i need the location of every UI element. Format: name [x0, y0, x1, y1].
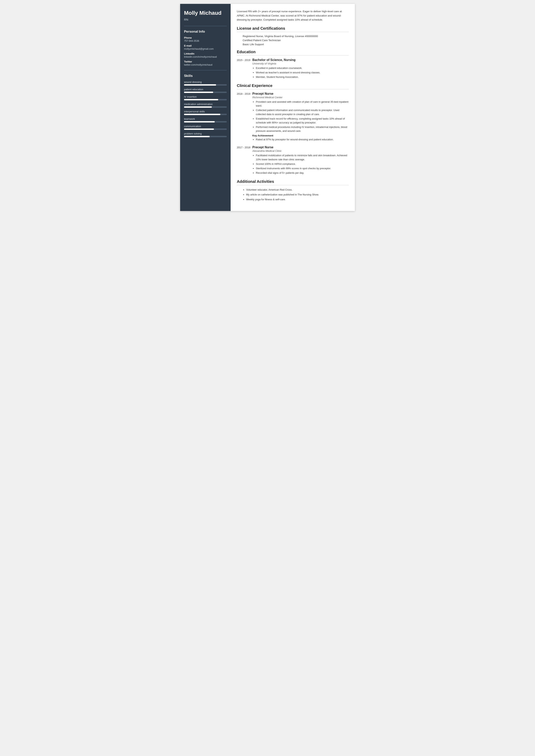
skill-name: wound dressing — [184, 81, 227, 83]
skill-name: problem solving — [184, 132, 227, 135]
exp-bullet: Sterilized instruments with 99% scores i… — [256, 167, 349, 170]
entry-bullets: Facilitated mobilization of patients to … — [252, 154, 349, 175]
exp-bullet: Scored 100% in HIPAA compliance. — [256, 162, 349, 166]
twitter-value: twitter.com/mollyzmichaud — [184, 64, 227, 66]
additional-bullet: Volunteer educator, American Red Cross. — [246, 188, 349, 192]
cert-list: Registered Nurse, Virginia Board of Nurs… — [237, 35, 349, 46]
linkedin-value: linkedin.com/in/mollyzmichaud — [184, 56, 227, 58]
entry-bullets: Excelled in patient education coursework… — [252, 66, 349, 79]
skill-item: medication administration — [184, 103, 227, 108]
exp-bullet: Provided care and assisted with creation… — [256, 100, 349, 108]
skill-name: medication administration — [184, 103, 227, 106]
entry-institution: University of Virginia — [252, 62, 349, 65]
skill-item: problem solving — [184, 132, 227, 137]
additional-list: Volunteer educator, American Red Cross.M… — [237, 188, 349, 202]
education-section: Education 2015 - 2019 Bachelor of Scienc… — [237, 50, 349, 80]
exp-bullet: Recorded vital signs of 5+ patients per … — [256, 171, 349, 175]
skill-bar-background — [184, 136, 227, 137]
entry-content: Bachelor of Science, Nursing University … — [252, 58, 349, 80]
skill-bar-fill — [184, 136, 210, 137]
skill-bar-background — [184, 114, 227, 115]
skill-bar-background — [184, 106, 227, 108]
entry-date: 2018 - 2019 — [237, 92, 252, 142]
entry-institution: Richmond Medical Center — [252, 96, 349, 99]
linkedin-label: LinkedIn — [184, 52, 227, 55]
skill-bar-fill — [184, 92, 213, 93]
key-achievement-label: Key Achievement — [252, 134, 349, 137]
skills-title: Skills — [184, 74, 227, 78]
summary-text: Licensed RN with 2+ years of precept nur… — [237, 9, 349, 22]
experience-entry: 2018 - 2019 Precept Nurse Richmond Medic… — [237, 92, 349, 142]
experience-list: 2018 - 2019 Precept Nurse Richmond Medic… — [237, 92, 349, 176]
entry-institution: Alexandria Medical Clinic — [252, 150, 349, 153]
entry-date: 2015 - 2019 — [237, 58, 252, 80]
cert-item: Basic Life Support — [237, 43, 349, 46]
skill-item: teamwork — [184, 117, 227, 123]
clinical-divider — [237, 89, 349, 89]
resume-container: Molly Michaud RN Personal Info Phone 757… — [180, 4, 355, 211]
skill-bar-background — [184, 92, 227, 93]
skill-bar-fill — [184, 114, 220, 115]
clinical-title: Clinical Experience — [237, 83, 349, 88]
skills-list: wound dressing patient education IV inse… — [184, 81, 227, 137]
experience-entry: 2017 - 2018 Precept Nurse Alexandria Med… — [237, 146, 349, 176]
edu-bullet: Worked as teacher's assistant in wound d… — [256, 70, 349, 74]
entry-degree: Bachelor of Science, Nursing — [252, 58, 349, 62]
skill-bar-background — [184, 84, 227, 86]
skill-name: patient education — [184, 88, 227, 91]
skill-bar-fill — [184, 99, 218, 100]
skill-item: wound dressing — [184, 81, 227, 86]
skill-name: communication — [184, 125, 227, 128]
license-title: License and Certifications — [237, 26, 349, 31]
education-list: 2015 - 2019 Bachelor of Science, Nursing… — [237, 58, 349, 80]
sidebar: Molly Michaud RN Personal Info Phone 757… — [180, 4, 231, 211]
skill-name: interpersonal skills — [184, 110, 227, 113]
clinical-section: Clinical Experience 2018 - 2019 Precept … — [237, 83, 349, 176]
edu-bullet: Excelled in patient education coursework… — [256, 66, 349, 70]
skill-name: teamwork — [184, 117, 227, 120]
cert-item: Certified Patient Care Technician — [237, 39, 349, 42]
achievement-bullet: Rated at 97% by preceptor for wound-dres… — [256, 138, 349, 142]
phone-label: Phone — [184, 36, 227, 39]
additional-bullet: Weekly yoga for fitness & self-care. — [246, 198, 349, 202]
entry-date: 2017 - 2018 — [237, 146, 252, 176]
additional-bullet: My article on catheterization was publis… — [246, 193, 349, 197]
additional-section: Additional Activities Volunteer educator… — [237, 179, 349, 202]
education-entry: 2015 - 2019 Bachelor of Science, Nursing… — [237, 58, 349, 80]
entry-position: Precept Nurse — [252, 92, 349, 96]
exp-bullet: Established track record for efficiency,… — [256, 117, 349, 125]
candidate-name: Molly Michaud — [184, 10, 227, 16]
additional-title: Additional Activities — [237, 179, 349, 184]
exp-bullet: Collected patient information and commun… — [256, 108, 349, 116]
skill-bar-fill — [184, 106, 212, 108]
skill-bar-fill — [184, 84, 216, 86]
email-value: mollyzmichaud@gmail.com — [184, 47, 227, 50]
skill-bar-fill — [184, 121, 215, 123]
skill-bar-fill — [184, 128, 214, 130]
skill-bar-background — [184, 128, 227, 130]
achievement-bullets: Rated at 97% by preceptor for wound-dres… — [252, 138, 349, 142]
entry-bullets: Provided care and assisted with creation… — [252, 100, 349, 133]
skill-bar-background — [184, 99, 227, 100]
edu-bullet: Member, Student Nursing Association. — [256, 75, 349, 79]
exp-bullet: Facilitated mobilization of patients to … — [256, 154, 349, 161]
entry-position: Precept Nurse — [252, 146, 349, 149]
skill-item: communication — [184, 125, 227, 130]
personal-info-title: Personal Info — [184, 30, 227, 34]
phone-value: 757-944-3536 — [184, 40, 227, 42]
skill-bar-background — [184, 121, 227, 123]
twitter-label: Twitter — [184, 60, 227, 63]
email-label: E-mail — [184, 44, 227, 47]
skill-name: IV insertion — [184, 95, 227, 98]
personal-info-section: Personal Info Phone 757-944-3536 E-mail … — [184, 26, 227, 66]
entry-content: Precept Nurse Richmond Medical Center Pr… — [252, 92, 349, 142]
cert-item: Registered Nurse, Virginia Board of Nurs… — [237, 35, 349, 38]
skill-item: interpersonal skills — [184, 110, 227, 115]
candidate-title: RN — [184, 18, 227, 21]
skill-item: patient education — [184, 88, 227, 93]
education-title: Education — [237, 50, 349, 54]
skills-section: Skills wound dressing patient education … — [184, 70, 227, 137]
main-content: Licensed RN with 2+ years of precept nur… — [231, 4, 355, 211]
skill-item: IV insertion — [184, 95, 227, 100]
exp-bullet: Performed medical procedures including I… — [256, 125, 349, 133]
